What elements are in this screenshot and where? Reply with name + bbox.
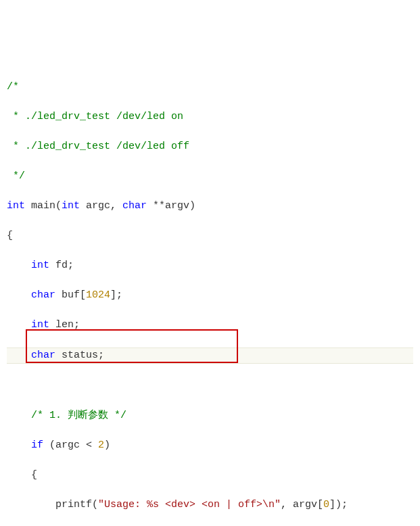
comment-open: /* [7, 81, 19, 93]
comment-l2: * ./led_drv_test /dev/led on [7, 111, 183, 122]
comment-close: */ [7, 170, 25, 182]
highlighted-line: char status; [7, 348, 413, 364]
comment-l3: * ./led_drv_test /dev/led off [7, 141, 189, 152]
brace-open: { [7, 230, 13, 241]
code-block: /* * ./led_drv_test /dev/led on * ./led_… [7, 65, 413, 526]
kw-int: int [7, 200, 25, 212]
comment-section-1: /* 1. 判断参数 */ [31, 410, 126, 421]
